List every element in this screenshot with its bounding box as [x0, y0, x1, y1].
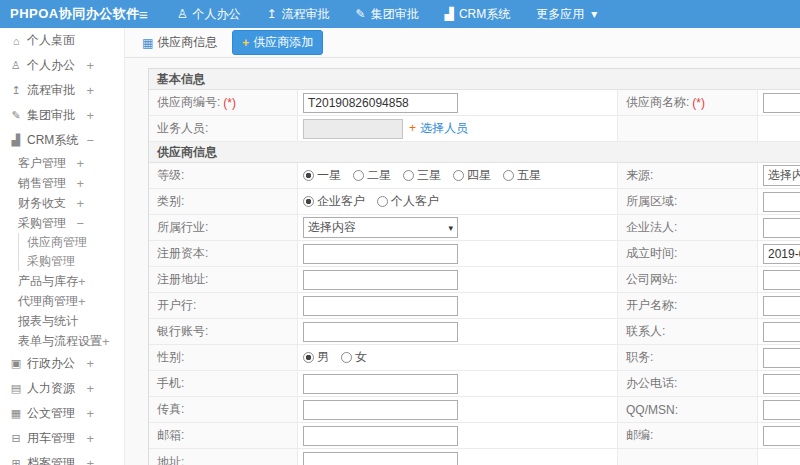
expand-toggle[interactable]: + [76, 156, 84, 171]
text-input[interactable] [763, 218, 800, 238]
expand-toggle[interactable]: − [86, 133, 94, 148]
sidebar-item[interactable]: 财务收支 + [0, 193, 124, 213]
text-input[interactable] [763, 400, 800, 420]
person-input[interactable] [303, 119, 403, 139]
text-input[interactable] [763, 296, 800, 316]
expand-toggle[interactable]: + [102, 334, 110, 349]
top-nav-item[interactable]: 更多应用 ▾ [523, 0, 610, 28]
expand-toggle[interactable]: + [86, 431, 94, 446]
expand-toggle[interactable]: + [86, 381, 94, 396]
expand-toggle[interactable]: + [86, 58, 94, 73]
select-person-link[interactable]: + 选择人员 [409, 120, 468, 137]
expand-toggle[interactable]: + [86, 83, 94, 98]
sidebar-item[interactable]: 产品与库存 + [0, 271, 124, 291]
sidebar-item[interactable]: 行政办公 + [0, 351, 124, 376]
sidebar-item[interactable]: 报表与统计 [0, 311, 124, 331]
text-input[interactable] [763, 93, 800, 113]
top-nav-item[interactable]: 流程审批 [254, 0, 343, 28]
text-input[interactable] [763, 270, 800, 290]
sidebar-item[interactable]: 流程审批 + [0, 78, 124, 103]
field-label: 职务: [626, 349, 653, 366]
sidebar-item[interactable]: 代理商管理 + [0, 291, 124, 311]
text-input[interactable] [303, 322, 458, 342]
radio-option[interactable]: 一星 [303, 167, 341, 184]
text-input[interactable] [303, 244, 458, 264]
radio-option[interactable]: 四星 [453, 167, 491, 184]
radio-option[interactable]: 五星 [503, 167, 541, 184]
required-marker: (*) [692, 96, 705, 110]
text-input[interactable] [303, 270, 458, 290]
expand-toggle[interactable]: + [86, 356, 94, 371]
top-nav-item[interactable]: 个人办公 [164, 0, 254, 28]
sidebar-item[interactable]: 个人桌面 [0, 28, 124, 53]
radio-option[interactable]: 二星 [353, 167, 391, 184]
sidebar-item[interactable]: CRM系统 − [0, 128, 124, 153]
upload-icon [9, 84, 23, 97]
sidebar-item[interactable]: 档案管理 + [0, 451, 124, 465]
archive-icon [9, 457, 23, 465]
text-input[interactable] [303, 400, 458, 420]
expand-toggle[interactable]: + [78, 274, 86, 289]
expand-toggle[interactable]: + [78, 294, 86, 309]
text-input[interactable] [763, 322, 800, 342]
top-nav-item[interactable]: 集团审批 [343, 0, 432, 28]
user-icon [9, 59, 23, 72]
expand-toggle[interactable]: − [76, 216, 84, 231]
sidebar-item[interactable]: 公文管理 + [0, 401, 124, 426]
menu-toggle-icon[interactable]: ≡ [139, 7, 148, 22]
select-dropdown[interactable]: 选择内容 ▾ [763, 165, 800, 186]
field-label-cell: 所属行业: [149, 215, 298, 240]
field-value-cell: 选择内容 ▾ [758, 163, 800, 188]
field-value-cell [758, 345, 800, 370]
expand-toggle[interactable]: + [76, 176, 84, 191]
sidebar-item[interactable]: 客户管理 + [0, 153, 124, 173]
text-input[interactable] [303, 93, 458, 113]
sidebar-item[interactable]: 表单与流程设置 + [0, 331, 124, 351]
form-row: 手机: 办公电话: [149, 371, 800, 397]
field-value-cell [298, 397, 618, 422]
text-input[interactable] [763, 426, 800, 446]
form-row: 地址: [149, 449, 800, 465]
field-label-cell: 办公电话: [618, 371, 758, 396]
form-row: 注册资本: 成立时间: [149, 241, 800, 267]
field-value-cell [758, 423, 800, 448]
tab[interactable]: 供应商添加 [232, 30, 323, 55]
sidebar-item[interactable]: 销售管理 + [0, 173, 124, 193]
text-input[interactable] [303, 452, 458, 465]
field-label-cell: 供应商名称: (*) [618, 90, 758, 115]
text-input[interactable] [303, 296, 458, 316]
sidebar-item[interactable]: 集团审批 + [0, 103, 124, 128]
field-value-cell [758, 267, 800, 292]
field-label: 成立时间: [626, 245, 677, 262]
tab[interactable]: 供应商信息 [133, 31, 226, 54]
field-label: 手机: [157, 375, 184, 392]
sidebar-item[interactable]: 用车管理 + [0, 426, 124, 451]
section-title: 供应商信息 [157, 144, 217, 161]
sidebar-item[interactable]: 采购管理 − [0, 213, 124, 233]
radio-option[interactable]: 女 [341, 349, 367, 366]
expand-toggle[interactable]: + [76, 196, 84, 211]
doc-icon [9, 407, 23, 420]
text-input[interactable] [763, 374, 800, 394]
text-input[interactable] [763, 348, 800, 368]
radio-option[interactable]: 个人客户 [377, 193, 439, 210]
radio-option[interactable]: 男 [303, 349, 329, 366]
radio-option[interactable]: 企业客户 [303, 193, 365, 210]
text-input[interactable] [303, 374, 458, 394]
text-input[interactable] [763, 244, 800, 264]
field-label: 性别: [157, 349, 184, 366]
radio-icon [453, 170, 464, 181]
text-input[interactable] [763, 192, 800, 212]
sidebar-item[interactable]: 供应商管理 [18, 233, 124, 252]
expand-toggle[interactable]: + [86, 108, 94, 123]
text-input[interactable] [303, 426, 458, 446]
sidebar-item[interactable]: 采购管理 [18, 252, 124, 271]
sidebar-item[interactable]: 人力资源 + [0, 376, 124, 401]
upload-icon [267, 7, 277, 21]
top-nav-item[interactable]: CRM系统 [432, 0, 524, 28]
expand-toggle[interactable]: + [86, 406, 94, 421]
radio-option[interactable]: 三星 [403, 167, 441, 184]
expand-toggle[interactable]: + [86, 456, 94, 465]
sidebar-item[interactable]: 个人办公 + [0, 53, 124, 78]
select-dropdown[interactable]: 选择内容 ▾ [303, 217, 458, 238]
